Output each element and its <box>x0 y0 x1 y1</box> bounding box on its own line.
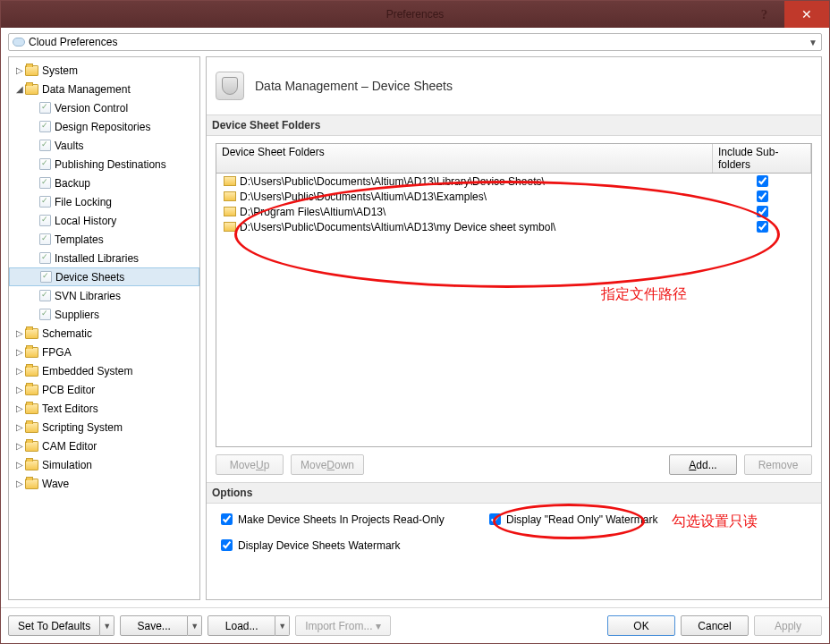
remove-button[interactable]: Remove <box>744 454 812 475</box>
folder-icon <box>25 84 38 95</box>
tree-item-vaults[interactable]: Vaults <box>9 136 199 155</box>
tree-label: File Locking <box>55 196 112 208</box>
tree-label: Scripting System <box>42 421 123 434</box>
tree-item-data-management[interactable]: ◢ Data Management <box>9 80 199 98</box>
tree-item-simulation[interactable]: ▷Simulation <box>9 455 199 474</box>
cloud-preferences-dropdown[interactable]: Cloud Preferences ▼ <box>8 33 822 51</box>
tree-label: CAM Editor <box>42 440 97 453</box>
tree-item-embedded-system[interactable]: ▷Embedded System <box>9 361 199 380</box>
tree-item-templates[interactable]: Templates <box>9 230 199 249</box>
folder-icon <box>25 65 38 76</box>
chevron-down-icon[interactable]: ▼ <box>100 615 114 636</box>
chevron-down-icon[interactable]: ▼ <box>188 615 202 636</box>
tree-label: Schematic <box>42 327 92 340</box>
include-subfolders-checkbox[interactable] <box>757 221 768 233</box>
tree-label: Templates <box>55 233 104 246</box>
folder-icon <box>25 347 38 358</box>
tree-item-system[interactable]: ▷ System <box>9 61 199 80</box>
ro-watermark-checkbox[interactable] <box>489 513 501 525</box>
option-read-only[interactable]: Make Device Sheets In Projects Read-Only <box>217 511 486 528</box>
tree-label: PCB Editor <box>42 384 95 396</box>
import-from-button[interactable]: Import From... ▾ <box>295 615 391 636</box>
tree-label: Simulation <box>42 459 92 471</box>
tree-item-scripting-system[interactable]: ▷Scripting System <box>9 418 199 436</box>
page-icon <box>39 233 51 245</box>
include-subfolders-checkbox[interactable] <box>757 191 768 202</box>
apply-button[interactable]: Apply <box>754 615 822 636</box>
tree-label: Vaults <box>55 140 83 152</box>
folder-icon <box>25 460 38 470</box>
tree-label: Wave <box>42 478 69 490</box>
tree-label: Local History <box>55 215 116 227</box>
tree-item-local-history[interactable]: Local History <box>9 211 199 230</box>
tree-item-version-control[interactable]: Version Control <box>9 98 199 117</box>
tree-label: FPGA <box>42 346 72 359</box>
tree-label: Device Sheets <box>55 271 124 284</box>
save-splitbutton[interactable]: Save...▼ <box>120 615 202 636</box>
tree-label: Suppliers <box>55 309 99 321</box>
tree-label: SVN Libraries <box>55 290 121 302</box>
tree-item-pcb-editor[interactable]: ▷PCB Editor <box>9 380 199 399</box>
ok-button[interactable]: OK <box>607 615 675 636</box>
tree-item-fpga[interactable]: ▷FPGA <box>9 343 199 361</box>
load-splitbutton[interactable]: Load...▼ <box>208 615 290 636</box>
page-title: Data Management – Device Sheets <box>255 79 453 93</box>
folder-icon <box>25 328 38 339</box>
grid-row[interactable]: D:\Users\Public\Documents\Altium\AD13\Li… <box>216 174 811 189</box>
preferences-window: Preferences ? ✕ Cloud Preferences ▼ ▷ Sy… <box>0 0 830 644</box>
page-icon <box>39 309 51 320</box>
watermark-checkbox[interactable] <box>221 539 233 551</box>
cancel-button[interactable]: Cancel <box>681 615 749 636</box>
set-defaults-splitbutton[interactable]: Set To Defaults▼ <box>8 615 114 636</box>
read-only-checkbox[interactable] <box>221 513 233 525</box>
tree-label: Design Repositories <box>55 121 150 133</box>
col-header-subfolders[interactable]: Include Sub-folders <box>713 144 811 173</box>
option-label: Display Device Sheets Watermark <box>238 539 401 552</box>
path-text: D:\Users\Public\Documents\Altium\AD13\my… <box>240 221 555 233</box>
page-icon <box>39 196 51 208</box>
tree-item-device-sheets[interactable]: Device Sheets <box>9 267 199 286</box>
tree-item-file-locking[interactable]: File Locking <box>9 192 199 211</box>
include-subfolders-checkbox[interactable] <box>757 206 768 217</box>
window-title: Preferences <box>386 8 445 21</box>
move-down-button[interactable]: Move Down <box>291 454 364 475</box>
folder-icon <box>224 191 236 201</box>
preferences-tree[interactable]: ▷ System ◢ Data Management Version Contr… <box>8 56 200 600</box>
tree-label: Text Editors <box>42 402 98 415</box>
help-button[interactable]: ? <box>744 1 784 28</box>
option-watermark[interactable]: Display Device Sheets Watermark <box>217 537 810 554</box>
grid-row[interactable]: D:\Program Files\Altium\AD13\ <box>216 204 811 219</box>
move-up-button[interactable]: Move Up <box>216 454 284 475</box>
annotation-text-paths: 指定文件路径 <box>601 285 687 304</box>
tree-item-schematic[interactable]: ▷Schematic <box>9 324 199 343</box>
page-icon <box>39 215 51 226</box>
tree-item-publishing-destinations[interactable]: Publishing Destinations <box>9 155 199 174</box>
close-button[interactable]: ✕ <box>784 1 829 28</box>
tree-item-backup[interactable]: Backup <box>9 174 199 192</box>
tree-item-wave[interactable]: ▷Wave <box>9 474 199 493</box>
page-icon <box>39 290 51 301</box>
tree-item-cam-editor[interactable]: ▷CAM Editor <box>9 436 199 455</box>
include-subfolders-checkbox[interactable] <box>757 175 768 187</box>
tree-label: Installed Libraries <box>55 252 139 265</box>
tree-item-suppliers[interactable]: Suppliers <box>9 305 199 324</box>
tree-item-design-repositories[interactable]: Design Repositories <box>9 117 199 136</box>
folders-grid[interactable]: Device Sheet Folders Include Sub-folders… <box>216 143 812 447</box>
add-button[interactable]: Add... <box>669 454 737 475</box>
grid-row[interactable]: D:\Users\Public\Documents\Altium\AD13\my… <box>216 219 811 234</box>
tree-label: Version Control <box>55 102 128 114</box>
folder-icon <box>25 403 38 414</box>
tree-label: System <box>42 64 78 77</box>
database-icon <box>216 72 244 100</box>
tree-item-text-editors[interactable]: ▷Text Editors <box>9 399 199 418</box>
chevron-down-icon[interactable]: ▼ <box>275 615 290 636</box>
tree-item-installed-libraries[interactable]: Installed Libraries <box>9 249 199 267</box>
page-icon <box>39 140 51 151</box>
option-label: Make Device Sheets In Projects Read-Only <box>238 513 445 526</box>
grid-row[interactable]: D:\Users\Public\Documents\Altium\AD13\Ex… <box>216 189 811 204</box>
col-header-path[interactable]: Device Sheet Folders <box>216 144 713 173</box>
titlebar: Preferences ? ✕ <box>1 1 829 28</box>
folder-icon <box>224 222 236 232</box>
path-text: D:\Users\Public\Documents\Altium\AD13\Ex… <box>240 191 487 203</box>
tree-item-svn-libraries[interactable]: SVN Libraries <box>9 286 199 305</box>
